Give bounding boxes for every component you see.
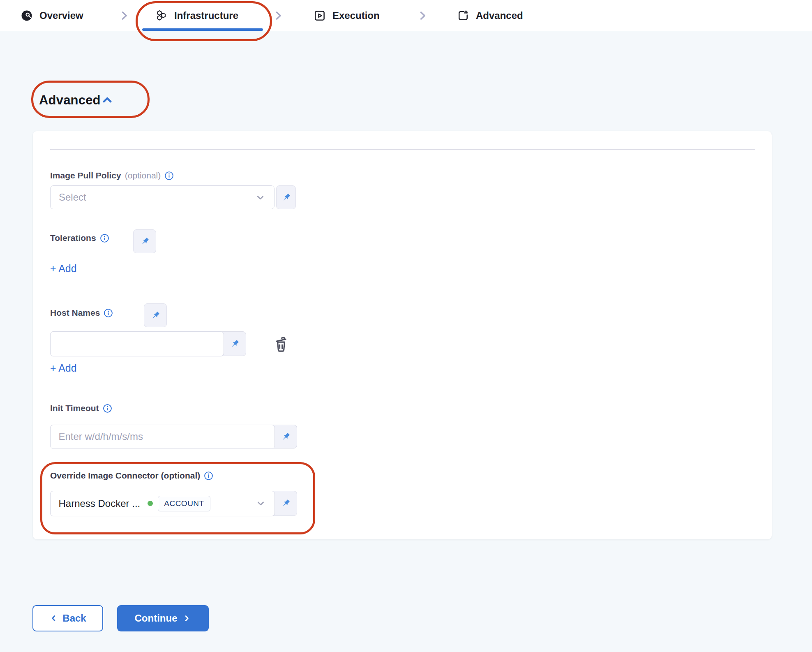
override-image-connector-label: Override Image Connector (optional): [50, 471, 213, 481]
override-image-connector-select-group: Harness Docker ... ACCOUNT: [50, 491, 297, 516]
chevron-right-icon: [118, 10, 130, 21]
chevron-right-icon: [417, 10, 428, 21]
trash-icon: [272, 335, 290, 353]
info-icon[interactable]: [103, 404, 112, 413]
wizard-tab-bar: Overview Infrastructure Execution: [0, 0, 812, 31]
host-names-label: Host Names: [50, 308, 113, 318]
back-button[interactable]: Back: [32, 605, 103, 631]
tab-advanced[interactable]: Advanced: [457, 0, 523, 31]
init-timeout-inline-pin-button[interactable]: [275, 425, 297, 448]
overview-icon: [21, 9, 33, 22]
init-timeout-input[interactable]: [59, 431, 267, 442]
override-image-connector-select[interactable]: Harness Docker ... ACCOUNT: [50, 491, 275, 516]
override-image-connector-pin-button[interactable]: [275, 491, 297, 516]
chevron-down-icon: [255, 192, 266, 203]
image-pull-policy-label: Image Pull Policy (optional): [50, 171, 174, 180]
chevron-up-icon[interactable]: [101, 94, 113, 106]
host-names-delete-button[interactable]: [271, 334, 291, 354]
info-icon[interactable]: [100, 234, 109, 243]
tab-overview-label: Overview: [39, 10, 83, 21]
tab-infrastructure[interactable]: Infrastructure: [155, 0, 238, 31]
tolerations-label: Tolerations: [50, 233, 109, 243]
connector-scope-badge: ACCOUNT: [158, 496, 210, 511]
tab-execution-label: Execution: [332, 10, 380, 21]
tab-infrastructure-label: Infrastructure: [174, 10, 238, 21]
advanced-section-header[interactable]: Advanced: [39, 93, 113, 108]
info-icon[interactable]: [204, 471, 213, 481]
image-pull-policy-select[interactable]: Select: [50, 185, 275, 209]
connector-name: Harness Docker ...: [59, 498, 141, 509]
advanced-gear-box-icon: [457, 9, 469, 22]
init-timeout-input-wrap: [50, 425, 275, 449]
card-top-divider: [50, 149, 755, 150]
advanced-section-title: Advanced: [39, 93, 101, 108]
info-icon[interactable]: [104, 308, 113, 318]
host-names-input-wrap: [50, 331, 224, 356]
tab-advanced-label: Advanced: [476, 10, 523, 21]
infrastructure-hexagons-icon: [155, 9, 168, 22]
connector-status-dot: [148, 501, 153, 506]
active-tab-underline: [142, 28, 263, 31]
info-icon[interactable]: [164, 171, 174, 180]
execution-play-icon: [314, 9, 326, 22]
pushpin-icon: [280, 431, 291, 442]
tolerations-add-link[interactable]: + Add: [50, 263, 77, 275]
tolerations-pin-button[interactable]: [133, 229, 156, 253]
chevron-right-icon: [182, 614, 191, 623]
chevron-right-icon: [272, 10, 284, 21]
pushpin-icon: [229, 338, 240, 349]
init-timeout-label: Init Timeout: [50, 403, 112, 413]
tab-overview[interactable]: Overview: [21, 0, 83, 31]
host-names-input[interactable]: [59, 338, 216, 349]
host-names-pin-button[interactable]: [144, 303, 167, 327]
continue-button-label: Continue: [135, 613, 178, 624]
back-button-label: Back: [62, 613, 86, 624]
pushpin-icon: [139, 236, 150, 247]
optional-suffix: (optional): [125, 171, 161, 180]
init-timeout-input-group: [50, 425, 297, 449]
host-names-inline-pin-button[interactable]: [224, 332, 246, 356]
continue-button[interactable]: Continue: [117, 605, 209, 631]
host-names-input-group: [50, 331, 246, 356]
pushpin-icon: [280, 498, 291, 509]
chevron-down-icon: [255, 498, 266, 509]
host-names-add-link[interactable]: + Add: [50, 362, 77, 374]
chevron-left-icon: [49, 614, 58, 623]
tab-execution[interactable]: Execution: [314, 0, 380, 31]
pushpin-icon: [281, 192, 292, 203]
pushpin-icon: [150, 310, 161, 321]
image-pull-policy-pin-button[interactable]: [276, 185, 296, 209]
advanced-settings-card: Image Pull Policy (optional) Select Tole…: [33, 131, 772, 539]
